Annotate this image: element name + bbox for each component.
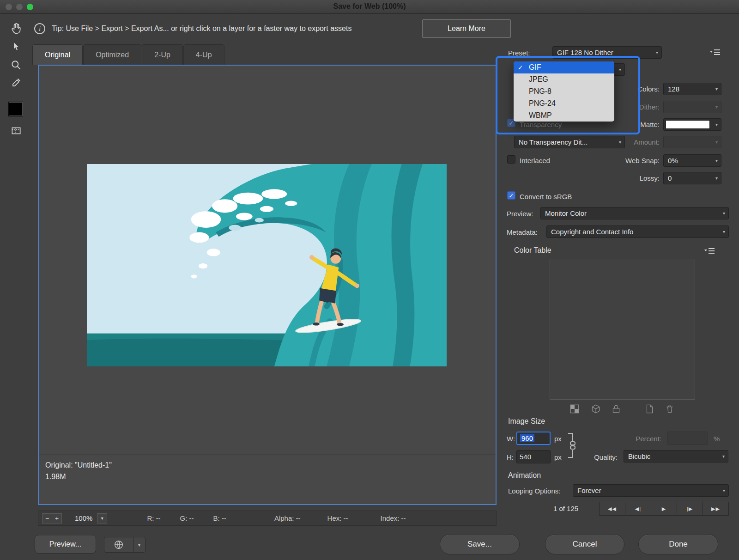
looping-options-dropdown[interactable]: Forever ▾ xyxy=(573,484,729,497)
chevron-down-icon: ▾ xyxy=(715,140,718,145)
height-unit: px xyxy=(554,453,562,461)
height-label: H: xyxy=(507,453,514,461)
format-menu-item-png24[interactable]: PNG-24 xyxy=(514,97,614,110)
original-filename: Original: "Untitled-1" xyxy=(45,461,489,469)
preset-label: Preset: xyxy=(508,49,530,57)
select-browser-widget[interactable]: ▾ xyxy=(104,537,145,553)
color-table-grid[interactable] xyxy=(550,260,695,400)
readout-g: G: -- xyxy=(180,514,194,522)
chevron-down-icon: ▾ xyxy=(715,158,718,163)
readout-hex: Hex: -- xyxy=(327,514,348,522)
format-menu-item-jpeg[interactable]: JPEG xyxy=(514,73,614,85)
interlaced-checkbox[interactable] xyxy=(507,155,515,164)
foreground-color-swatch[interactable] xyxy=(8,102,23,116)
preset-dropdown[interactable]: GIF 128 No Dither ▾ xyxy=(552,46,662,59)
slice-select-tool-icon[interactable] xyxy=(8,39,24,55)
previous-frame-button[interactable]: ◀| xyxy=(625,502,651,516)
tab-original[interactable]: Original xyxy=(32,44,83,65)
metadata-dropdown[interactable]: Copyright and Contact Info ▾ xyxy=(546,225,729,238)
learn-more-button[interactable]: Learn More xyxy=(422,19,511,38)
zoom-in-button[interactable]: + xyxy=(52,513,62,523)
hand-tool-icon[interactable] xyxy=(8,20,24,36)
toggle-slices-visibility-icon[interactable] xyxy=(8,123,24,139)
chevron-down-icon: ▾ xyxy=(715,104,718,110)
tip-text: Tip: Use File > Export > Export As... or… xyxy=(52,24,351,33)
percent-input xyxy=(667,432,708,445)
web-snap-dropdown[interactable]: 0% ▾ xyxy=(663,154,721,167)
eyedropper-tool-icon[interactable] xyxy=(8,75,24,91)
readout-alpha: Alpha: -- xyxy=(274,514,301,522)
status-bar: − + 100% ▾ R: -- G: -- B: -- Alpha: -- H… xyxy=(38,511,497,526)
document-artwork xyxy=(87,164,447,366)
next-frame-button[interactable]: |▶ xyxy=(677,502,703,516)
browser-globe-icon xyxy=(104,540,133,550)
tab-optimized[interactable]: Optimized xyxy=(83,44,141,65)
last-frame-button[interactable]: ▶▶ xyxy=(703,502,729,516)
color-table-title: Color Table xyxy=(514,246,551,255)
amount-dropdown: ▾ xyxy=(663,136,721,148)
zoom-level-value[interactable]: 100% xyxy=(75,514,92,522)
readout-r: R: -- xyxy=(147,514,160,522)
chevron-down-icon: ▾ xyxy=(723,211,725,216)
new-color-icon[interactable] xyxy=(644,404,654,414)
zoom-level-dropdown[interactable]: ▾ xyxy=(97,513,107,523)
percent-label: Percent: xyxy=(611,435,661,443)
color-table-menu-icon[interactable] xyxy=(704,248,715,256)
chevron-down-icon: ▾ xyxy=(715,176,718,181)
quality-label: Quality: xyxy=(575,453,618,461)
chevron-down-icon: ▾ xyxy=(723,488,725,493)
chevron-down-icon: ▾ xyxy=(715,86,718,91)
quality-dropdown[interactable]: Bicubic ▾ xyxy=(624,450,728,463)
original-filesize: 1.98M xyxy=(45,473,489,481)
browser-chevron-down-icon[interactable]: ▾ xyxy=(133,537,145,552)
preview-mode-label: Preview: xyxy=(507,210,533,218)
looping-options-label: Looping Options: xyxy=(508,487,560,495)
matte-color-swatch xyxy=(666,120,710,129)
interlaced-label: Interlaced xyxy=(520,157,550,164)
panel-menu-icon[interactable] xyxy=(710,49,720,57)
zoom-out-button[interactable]: − xyxy=(42,513,52,523)
first-frame-button[interactable]: ◀◀ xyxy=(599,502,625,516)
preview-pane[interactable]: Original: "Untitled-1" 1.98M xyxy=(38,65,497,505)
animation-title: Animation xyxy=(508,471,541,480)
transparency-label: Transparency xyxy=(520,121,562,128)
colors-dropdown[interactable]: 128 ▾ xyxy=(663,83,721,95)
dither-dropdown: ▾ xyxy=(663,101,721,113)
width-unit: px xyxy=(554,435,562,443)
width-label: W: xyxy=(507,435,515,443)
playback-controls: ◀◀ ◀| ▶ |▶ ▶▶ xyxy=(600,502,729,516)
web-snap-label: Web Snap: xyxy=(604,157,660,164)
preview-in-browser-button[interactable]: Preview... xyxy=(35,535,96,554)
tip-bar: i Tip: Use File > Export > Export As... … xyxy=(34,19,511,38)
info-icon: i xyxy=(34,23,45,34)
frame-counter: 1 of 125 xyxy=(533,505,598,512)
metadata-label: Metadata: xyxy=(507,228,538,236)
tab-4up[interactable]: 4-Up xyxy=(183,44,224,65)
preview-mode-dropdown[interactable]: Monitor Color ▾ xyxy=(540,207,729,219)
format-menu-item-wbmp[interactable]: WBMP xyxy=(514,110,614,122)
convert-srgb-label: Convert to sRGB xyxy=(520,193,572,201)
readout-index: Index: -- xyxy=(381,514,406,522)
web-shift-icon[interactable] xyxy=(591,404,601,414)
matte-label: Matte: xyxy=(604,121,660,128)
format-menu-item-png8[interactable]: PNG-8 xyxy=(514,85,614,97)
height-input[interactable]: 540 xyxy=(516,450,551,463)
zoom-tool-icon[interactable] xyxy=(8,57,24,73)
delete-color-icon[interactable] xyxy=(665,404,675,414)
tab-2up[interactable]: 2-Up xyxy=(142,44,183,65)
percent-suffix: % xyxy=(714,435,720,443)
format-menu-item-gif[interactable]: ✓ GIF xyxy=(514,61,614,73)
width-input[interactable]: 960 xyxy=(516,432,551,445)
lock-color-icon[interactable] xyxy=(611,404,621,414)
chevron-down-icon: ▾ xyxy=(715,122,718,127)
map-transparency-icon[interactable] xyxy=(569,404,580,414)
lossy-label: Lossy: xyxy=(604,174,660,182)
play-button[interactable]: ▶ xyxy=(651,502,677,516)
preview-tabs: Original Optimized 2-Up 4-Up xyxy=(32,44,225,65)
convert-srgb-checkbox[interactable]: ✓ xyxy=(507,191,515,200)
chevron-down-icon: ▾ xyxy=(723,229,725,234)
chevron-down-icon: ▾ xyxy=(722,454,725,459)
lossy-dropdown[interactable]: 0 ▾ xyxy=(663,172,721,184)
matte-dropdown[interactable]: ▾ xyxy=(663,118,721,131)
readout-b: B: -- xyxy=(213,514,226,522)
